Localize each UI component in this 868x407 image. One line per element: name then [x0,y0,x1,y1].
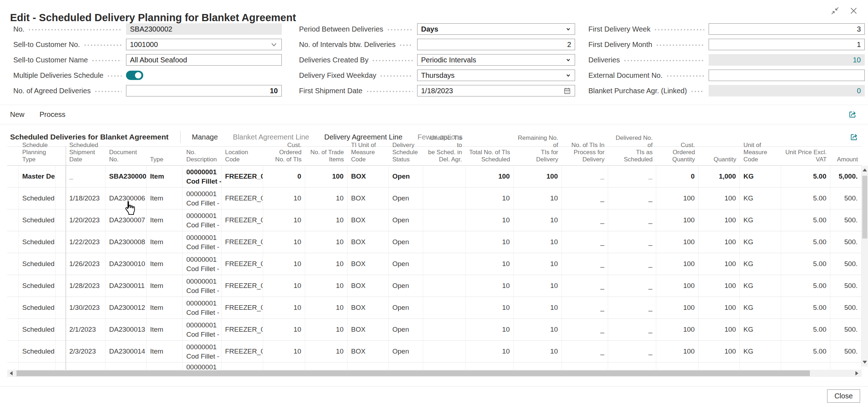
cell-schedule-planning-type[interactable]: Scheduled ... [19,297,56,318]
cell-cust-ordered-quantity[interactable]: 100 [656,275,699,297]
cell-document-no[interactable]: SBA2300002 [106,166,146,187]
cell-delivered-no-of-tis-as-scheduled[interactable]: _ [608,209,656,231]
cell-quantity[interactable]: 100 [699,253,740,275]
cell-document-no[interactable]: DA2300008 [106,231,146,253]
delivery-fixed-weekday-input[interactable]: Thursdays [417,70,575,81]
column-header-ti-unit-of-measure-code[interactable]: TI Unit of Measure Code [347,141,389,165]
cell-no-description[interactable]: 00000001Cod Fillet - ... [183,209,221,231]
cell-no-description[interactable]: 00000001Cod Fillet - ... [183,166,221,187]
cell-ti-unit-of-measure-code[interactable]: BOX [347,188,389,209]
cell-type[interactable]: Item [146,341,183,362]
cell-remaining-no-of-tis-for-delivery[interactable]: 10 [514,297,562,318]
select-chevron-icon[interactable] [565,26,571,32]
cell-type[interactable]: Item [146,297,183,318]
cell-cust-ordered-no-of-tis[interactable]: 10 [263,231,305,253]
first-delivery-week-input[interactable]: 3 [709,23,865,35]
column-header-delivery-schedule-status[interactable]: Delivery Schedule Status [389,141,423,165]
horizontal-scroll-thumb[interactable] [17,370,810,376]
cell-scheduled-shipment-date[interactable]: 1/20/2023 [66,209,106,231]
cell-unalloc-tis-to-be-sched[interactable] [423,363,466,370]
cell-amount[interactable]: 500. [830,231,862,253]
cell-spacer[interactable] [56,363,66,370]
cell-cust-ordered-no-of-tis[interactable]: 10 [263,341,305,362]
cell-spacer[interactable] [56,166,66,187]
column-header-no-of-trade-items[interactable]: No. of Trade Items [305,148,347,165]
cell-location-code[interactable]: FREEZER_01 [221,319,263,340]
cell-cust-ordered-no-of-tis[interactable]: 10 [263,319,305,340]
sell-to-customer-no-input[interactable]: 1001000 [126,39,282,50]
cell-remaining-no-of-tis-for-delivery[interactable]: 10 [514,341,562,362]
cell-cust-ordered-no-of-tis[interactable]: 10 [263,209,305,231]
menu-manage[interactable]: Manage [192,133,218,141]
column-header-amount[interactable]: Amount [830,155,862,165]
cell-delivered-no-of-tis-as-scheduled[interactable]: _ [608,275,656,297]
cell-no-of-trade-items[interactable]: 10 [305,275,347,297]
cell-amount[interactable]: 500. [830,275,862,297]
cell-amount[interactable]: 500. [830,319,862,340]
cell-total-no-of-tis-scheduled[interactable] [466,363,514,370]
cell-remaining-no-of-tis-for-delivery[interactable]: 10 [514,275,562,297]
cell-type[interactable]: Item [146,275,183,297]
cell-spacer[interactable] [56,341,66,362]
cell-delivery-schedule-status[interactable]: Open [389,319,423,340]
column-header-schedule-planning-type[interactable]: Schedule Planning Type [19,141,56,165]
cell-cust-ordered-quantity[interactable]: 0 [656,166,699,187]
cell-type[interactable]: Item [146,253,183,275]
cell-no-of-tis-in-process-for-delivery[interactable]: _ [562,188,608,209]
period-between-deliveries-input[interactable]: Days [417,23,575,35]
cell-type[interactable]: Item [146,166,183,187]
cell-no-of-trade-items[interactable]: 10 [305,341,347,362]
cell-unit-price-excl-vat[interactable]: 5.00 [781,188,830,209]
cell-location-code[interactable]: FREEZER_01 [221,231,263,253]
cell-location-code[interactable]: FREEZER_01 [221,341,263,362]
first-delivery-month-input[interactable]: 1 [709,39,865,50]
cell-ti-unit-of-measure-code[interactable]: BOX [347,297,389,318]
cell-amount[interactable]: 500. [830,341,862,362]
menu-process[interactable]: Process [39,110,65,119]
cell-unalloc-tis-to-be-sched[interactable] [423,275,466,297]
cell-document-no[interactable]: DA2300011 [106,275,146,297]
cell-amount[interactable] [830,363,862,370]
column-header-cust-ordered-no-of-tis[interactable]: Cust. Ordered No. of TIs [263,141,305,165]
scroll-right-icon[interactable] [855,371,858,375]
cell-schedule-planning-type[interactable] [19,363,56,370]
cell-schedule-planning-type[interactable]: Scheduled ... [19,209,56,231]
cell-unit-of-measure-code[interactable]: KG [740,231,781,253]
cell-scheduled-shipment-date[interactable]: 1/28/2023 [66,275,106,297]
cell-delivered-no-of-tis-as-scheduled[interactable]: _ [608,297,656,318]
cell-remaining-no-of-tis-for-delivery[interactable]: 10 [514,188,562,209]
cell-no-of-trade-items[interactable]: 100 [305,166,347,187]
cell-type[interactable]: Item [146,188,183,209]
cell-quantity[interactable]: 100 [699,297,740,318]
column-header-cust-ordered-quantity[interactable]: Cust. Ordered Quantity [656,141,699,165]
table-row-master[interactable]: Master De..._SBA2300002Item00000001Cod F… [7,166,862,188]
cell-cust-ordered-quantity[interactable]: 100 [656,253,699,275]
column-header-no-description[interactable]: No. Description [183,148,221,165]
cell-no-description[interactable]: 00000001Cod Fillet - ... [183,253,221,275]
select-chevron-icon[interactable] [565,57,571,63]
cell-unit-of-measure-code[interactable]: KG [740,188,781,209]
cell-no-of-tis-in-process-for-delivery[interactable] [562,363,608,370]
cell-delivered-no-of-tis-as-scheduled[interactable]: _ [608,166,656,187]
vertical-scroll-thumb[interactable] [862,176,867,238]
cell-no-of-trade-items[interactable]: 10 [305,297,347,318]
cell-row-select[interactable] [7,166,19,187]
cell-no-of-tis-in-process-for-delivery[interactable]: _ [562,319,608,340]
calendar-icon[interactable] [563,87,571,95]
cell-unit-of-measure-code[interactable] [740,363,781,370]
cell-unit-of-measure-code[interactable]: KG [740,341,781,362]
table-row-7[interactable]: Scheduled ...2/1/2023DA2300013Item000000… [7,319,862,341]
cell-total-no-of-tis-scheduled[interactable]: 10 [466,231,514,253]
table-row-2[interactable]: Scheduled ...1/20/2023DA2300007Item00000… [7,209,862,231]
cell-cust-ordered-no-of-tis[interactable]: 0 [263,166,305,187]
scroll-up-icon[interactable] [863,169,867,171]
menu-blanket-agreement-line[interactable]: Blanket Agreement Line [233,133,309,141]
cell-spacer[interactable] [56,319,66,340]
cell-scheduled-shipment-date[interactable]: 2/1/2023 [66,319,106,340]
cell-location-code[interactable]: FREEZER_01 [221,275,263,297]
cell-no-description[interactable]: 00000001Cod Fillet - ... [183,341,221,362]
cell-schedule-planning-type[interactable]: Scheduled ... [19,231,56,253]
cell-ti-unit-of-measure-code[interactable]: BOX [347,253,389,275]
cell-schedule-planning-type[interactable]: Scheduled ... [19,319,56,340]
cell-unit-of-measure-code[interactable]: KG [740,253,781,275]
